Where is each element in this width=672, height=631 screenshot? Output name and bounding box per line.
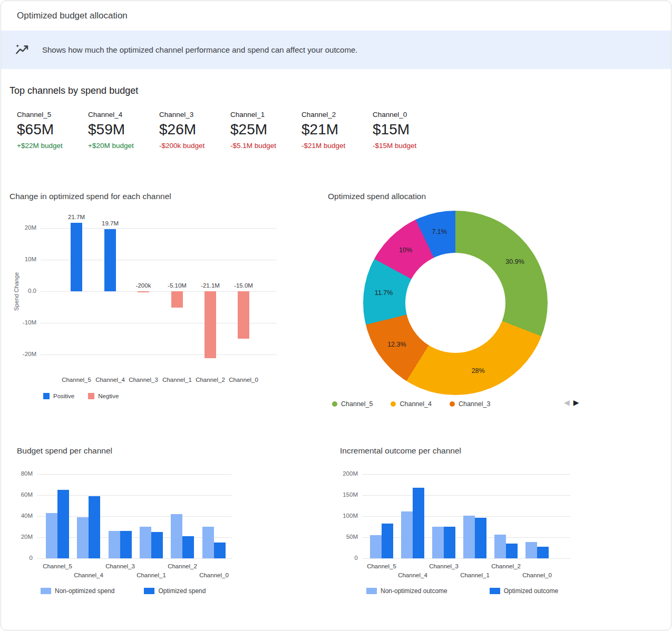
grouped-bar bbox=[525, 542, 537, 558]
kpi-channel-name: Channel_4 bbox=[88, 111, 159, 119]
legend-item: Channel_3 bbox=[450, 400, 490, 408]
y-axis-tick: 100M bbox=[337, 512, 358, 519]
y-axis-tick: 200M bbox=[337, 470, 358, 477]
legend-swatch bbox=[490, 588, 500, 594]
banner-text: Shows how much the optimized channel per… bbox=[42, 45, 357, 54]
spend-change-bar bbox=[238, 291, 249, 339]
legend-label: Non-optimized outcome bbox=[381, 587, 447, 595]
channel-kpi-card: Channel_5$65M+$22M budget bbox=[17, 111, 88, 150]
x-axis-label: Channel_3 bbox=[102, 563, 138, 569]
channel-kpi-card: Channel_3$26M-$200k budget bbox=[159, 111, 230, 150]
y-axis-tick: -10M bbox=[15, 319, 36, 326]
y-axis-tick: 0.0 bbox=[15, 288, 36, 294]
bar-value-label: -200k bbox=[126, 282, 160, 289]
spend-change-bar bbox=[138, 291, 149, 292]
y-axis-tick: 50M bbox=[337, 534, 358, 540]
bar-value-label: -15.0M bbox=[227, 282, 260, 289]
x-axis-label: Channel_4 bbox=[395, 572, 431, 578]
kpi-budget-delta: +$22M budget bbox=[17, 142, 88, 150]
grouped-bar bbox=[182, 536, 194, 558]
y-axis-tick: 150M bbox=[337, 491, 358, 498]
y-axis-tick: 10M bbox=[15, 256, 36, 262]
donut-chart: 30.9%28%12.3%11.7%10%7.1% bbox=[363, 211, 548, 395]
bar-value-label: -5.10M bbox=[160, 282, 194, 289]
spend-change-plot: Spend Change 20M10M0.0-10M-20M21.7MChann… bbox=[41, 212, 277, 370]
donut-hole bbox=[405, 253, 505, 353]
grouped-bar bbox=[151, 532, 163, 558]
bar-value-label: -21.1M bbox=[193, 282, 227, 289]
slice-percentage-label: 7.1% bbox=[424, 228, 455, 235]
grouped-bar bbox=[537, 547, 549, 558]
x-axis-label: Channel_0 bbox=[196, 572, 232, 578]
y-axis-tick: 20M bbox=[15, 224, 36, 231]
optimized-budget-allocation-card: Optimized budget allocation Shows how mu… bbox=[1, 1, 671, 630]
legend-pagination: ◀ ▶ bbox=[564, 398, 579, 407]
legend-label: Optimized outcome bbox=[504, 587, 558, 595]
channel-kpi-card: Channel_2$21M-$21M budget bbox=[301, 111, 373, 150]
top-channels-title: Top channels by spend budget bbox=[9, 85, 138, 96]
legend-dot bbox=[391, 401, 396, 407]
gridline bbox=[37, 474, 232, 475]
legend-dot bbox=[332, 401, 337, 407]
spend-allocation-chart: Optimized spend allocation 30.9%28%12.3%… bbox=[328, 192, 623, 418]
legend-item: Optimized spend bbox=[144, 587, 206, 595]
insights-icon bbox=[14, 42, 31, 58]
spend-change-bar bbox=[104, 229, 116, 291]
kpi-channel-name: Channel_1 bbox=[230, 111, 301, 119]
legend-next-icon[interactable]: ▶ bbox=[573, 398, 579, 407]
spend-change-chart: Change in optimized spend for each chann… bbox=[9, 192, 305, 413]
x-axis-label: Channel_2 bbox=[488, 563, 524, 569]
incremental-outcome-legend: Non-optimized outcomeOptimized outcome bbox=[366, 587, 558, 595]
budget-spend-chart-title: Budget spend per channel bbox=[17, 446, 251, 456]
grouped-bar bbox=[463, 516, 475, 558]
x-axis-label: Channel_5 bbox=[40, 563, 75, 569]
legend-label: Negtive bbox=[98, 393, 119, 399]
legend-label: Channel_5 bbox=[341, 400, 373, 408]
legend-swatch bbox=[43, 393, 50, 399]
channel-kpi-card: Channel_4$59M+$20M budget bbox=[88, 111, 159, 150]
legend-prev-icon[interactable]: ◀ bbox=[564, 398, 570, 407]
gridline bbox=[362, 495, 570, 496]
page-title: Optimized budget allocation bbox=[1, 1, 671, 31]
grouped-bar bbox=[57, 490, 69, 558]
spend-change-bar bbox=[171, 291, 183, 308]
channel-kpi-card: Channel_1$25M-$5.1M budget bbox=[230, 111, 301, 150]
gridline bbox=[41, 354, 277, 355]
legend-label: Channel_3 bbox=[459, 400, 490, 408]
kpi-channel-name: Channel_5 bbox=[17, 111, 88, 119]
legend-label: Channel_4 bbox=[400, 400, 431, 408]
grouped-bar bbox=[109, 531, 120, 558]
bar-value-label: 19.7M bbox=[93, 220, 127, 226]
budget-spend-legend: Non-optimized spendOptimized spend bbox=[41, 587, 206, 595]
grouped-bar bbox=[171, 514, 182, 558]
y-axis-tick: 80M bbox=[12, 470, 33, 477]
x-axis-label: Channel_4 bbox=[71, 572, 106, 578]
info-banner: Shows how much the optimized channel per… bbox=[1, 31, 671, 69]
grouped-bar bbox=[89, 496, 100, 558]
kpi-budget-delta: -$21M budget bbox=[301, 142, 373, 150]
kpi-spend-value: $65M bbox=[17, 121, 88, 138]
kpi-channel-name: Channel_0 bbox=[373, 111, 444, 119]
y-axis-tick: 20M bbox=[12, 534, 33, 540]
legend-item: Non-optimized spend bbox=[41, 587, 114, 595]
spend-change-bar bbox=[71, 223, 82, 291]
slice-percentage-label: 12.3% bbox=[381, 341, 413, 348]
kpi-spend-value: $59M bbox=[88, 121, 159, 138]
grouped-bar bbox=[382, 524, 393, 558]
y-axis-tick: 40M bbox=[12, 512, 33, 519]
incremental-outcome-chart-title: Incremental outcome per channel bbox=[340, 446, 582, 456]
legend-item: Channel_4 bbox=[391, 400, 431, 408]
legend-item: Optimized outcome bbox=[490, 587, 558, 595]
kpi-budget-delta: -$15M budget bbox=[373, 142, 444, 150]
legend-item: Non-optimized outcome bbox=[366, 587, 447, 595]
legend-item: Channel_5 bbox=[332, 400, 373, 408]
y-axis-tick: 60M bbox=[12, 491, 33, 498]
grouped-bar bbox=[46, 513, 57, 558]
x-axis-label: Channel_3 bbox=[125, 377, 161, 383]
y-axis-tick: -20M bbox=[15, 351, 36, 357]
bar-value-label: 21.7M bbox=[60, 214, 93, 220]
x-axis-label: Channel_2 bbox=[164, 563, 200, 569]
incremental-outcome-plot: 050M100M150M200MChannel_5Channel_4Channe… bbox=[362, 474, 570, 558]
grouped-bar bbox=[444, 527, 455, 558]
kpi-budget-delta: -$5.1M budget bbox=[230, 142, 301, 150]
